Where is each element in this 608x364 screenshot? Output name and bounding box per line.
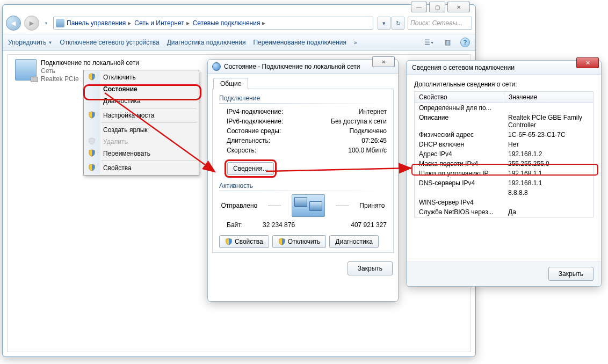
shield-icon [88, 149, 96, 157]
value-cell: 255.255.255.0 [504, 159, 593, 169]
address-bar[interactable]: Панель управления▶ Сеть и Интернет▶ Сете… [53, 17, 373, 30]
ipv6-label: IPv6-подключение: [227, 118, 283, 125]
media-state-label: Состояние среды: [227, 127, 281, 135]
breadcrumb-2[interactable]: Сеть и Интернет [134, 19, 184, 27]
help-icon[interactable]: ? [460, 38, 470, 47]
table-row[interactable]: Определенный для по... [415, 103, 593, 113]
address-dropdown-icon[interactable]: ▾ [378, 17, 390, 30]
menu-rename[interactable]: Переименовать [85, 148, 198, 159]
connection-group-label: Подключение [219, 94, 387, 102]
ipv4-value: Интернет [359, 108, 387, 115]
diagnose-connection-button[interactable]: Диагностика подключения [167, 39, 246, 46]
value-cell: 192.168.1.2 [504, 149, 593, 159]
menu-status[interactable]: Состояние [85, 83, 198, 95]
breadcrumb-3[interactable]: Сетевые подключения [193, 19, 260, 27]
property-cell: Шлюз по умолчанию IP... [415, 169, 504, 178]
activity-monitors-icon [292, 194, 325, 217]
menu-create-shortcut[interactable]: Создать ярлык [85, 124, 198, 136]
menu-diagnose[interactable]: Диагностика [85, 95, 198, 107]
media-state-value: Подключено [350, 127, 387, 135]
menu-properties[interactable]: Свойства [85, 162, 198, 174]
menu-bridge[interactable]: Настройка моста [85, 110, 198, 121]
toolbar: Упорядочить▼ Отключение сетевого устройс… [3, 34, 475, 51]
table-row[interactable]: Служба NetBIOS через...Да [415, 207, 593, 217]
details-table: Свойство Значение Определенный для по...… [414, 91, 593, 217]
table-row[interactable]: Адрес IPv4192.168.1.2 [415, 149, 593, 159]
table-row[interactable]: Маска подсети IPv4255.255.255.0 [415, 159, 593, 169]
value-cell: 192.168.1.1 [504, 169, 593, 178]
duration-label: Длительность: [227, 137, 270, 144]
maximize-button[interactable]: ▢ [429, 2, 445, 12]
duration-value: 07:26:45 [361, 137, 387, 144]
breadcrumb-1[interactable]: Панель управления [67, 19, 126, 27]
menu-delete: Удалить [85, 136, 198, 148]
activity-group-label: Активность [219, 182, 387, 190]
bytes-label: Байт: [227, 221, 243, 229]
control-panel-icon [56, 19, 64, 27]
chevron-right-icon[interactable]: ▶ [127, 21, 132, 26]
table-row[interactable]: DHCP включенНет [415, 140, 593, 149]
forward-button[interactable]: ► [24, 16, 39, 31]
tab-general[interactable]: Общие [213, 78, 248, 89]
table-row[interactable]: Шлюз по умолчанию IP...192.168.1.1 [415, 169, 593, 178]
table-row[interactable]: 8.8.8.8 [415, 188, 593, 198]
table-row[interactable]: WINS-сервер IPv4 [415, 198, 593, 207]
chevron-right-icon[interactable]: ▶ [185, 21, 191, 26]
network-status-icon [212, 62, 221, 71]
highlight-details-button: Сведения... [225, 159, 277, 178]
adapter-name: Подключение по локальной сети [41, 59, 139, 67]
value-cell: Realtek PCIe GBE Family Controller [504, 113, 593, 130]
speed-label: Скорость: [227, 147, 256, 154]
property-cell: Служба NetBIOS через... [415, 207, 504, 217]
property-cell [415, 188, 504, 198]
bytes-sent: 32 234 876 [243, 221, 315, 229]
properties-button[interactable]: Свойства [219, 235, 269, 248]
value-cell: Нет [504, 140, 593, 149]
search-input[interactable]: Поиск: Сетевы... [408, 17, 472, 30]
table-row[interactable]: ОписаниеRealtek PCIe GBE Family Controll… [415, 113, 593, 130]
value-cell [504, 103, 593, 113]
shield-icon [88, 73, 96, 81]
close-button[interactable]: ✕ [372, 56, 395, 67]
refresh-button[interactable]: ↻ [392, 17, 404, 30]
close-button[interactable]: ✕ [447, 2, 470, 12]
diagnose-button[interactable]: Диагностика [329, 235, 379, 248]
property-cell: Описание [415, 113, 504, 130]
shield-icon [88, 111, 96, 119]
back-button[interactable]: ◄ [6, 16, 21, 31]
view-mode-icon[interactable]: ☰▼ [424, 37, 435, 48]
chevron-right-icon[interactable]: ▶ [261, 21, 266, 26]
minimize-button[interactable]: — [411, 2, 427, 12]
details-button[interactable]: Сведения... [227, 162, 274, 175]
sent-label: Отправлено [221, 202, 258, 209]
disable-button[interactable]: Отключить [272, 235, 327, 248]
menu-disable[interactable]: Отключить [85, 71, 198, 83]
shield-icon [278, 238, 286, 245]
column-value[interactable]: Значение [504, 92, 593, 103]
details-dialog: ✕ Сведения о сетевом подключении Дополни… [406, 60, 602, 287]
speed-value: 100.0 Мбит/с [348, 147, 387, 154]
property-cell: DHCP включен [415, 140, 504, 149]
network-adapter-icon [15, 59, 37, 81]
table-row[interactable]: Физический адрес1C-6F-65-23-C1-7C [415, 130, 593, 140]
ipv4-label: IPv4-подключение: [227, 108, 283, 115]
status-dialog: ✕ Состояние - Подключение по локальной с… [207, 59, 399, 302]
close-button[interactable]: Закрыть [348, 261, 393, 275]
ipv6-value: Без доступа к сети [331, 118, 387, 125]
context-menu: Отключить Состояние Диагностика Настройк… [83, 70, 199, 176]
shield-icon [88, 164, 96, 171]
value-cell: 8.8.8.8 [504, 188, 593, 198]
details-dialog-title: Сведения о сетевом подключении [412, 64, 515, 71]
history-dropdown-icon[interactable]: ▼ [42, 16, 50, 30]
organize-menu[interactable]: Упорядочить▼ [8, 39, 52, 46]
bytes-received: 407 921 327 [315, 221, 387, 229]
close-button[interactable]: Закрыть [548, 267, 593, 281]
close-button[interactable]: ✕ [576, 57, 599, 68]
column-property[interactable]: Свойство [415, 92, 504, 103]
table-row[interactable]: DNS-серверы IPv4192.168.1.1 [415, 178, 593, 188]
chevron-right-icon[interactable]: » [354, 40, 357, 46]
disable-device-button[interactable]: Отключение сетевого устройства [60, 39, 159, 46]
rename-connection-button[interactable]: Переименование подключения [253, 39, 346, 46]
value-cell [504, 198, 593, 207]
preview-pane-icon[interactable]: ▥ [442, 37, 453, 48]
